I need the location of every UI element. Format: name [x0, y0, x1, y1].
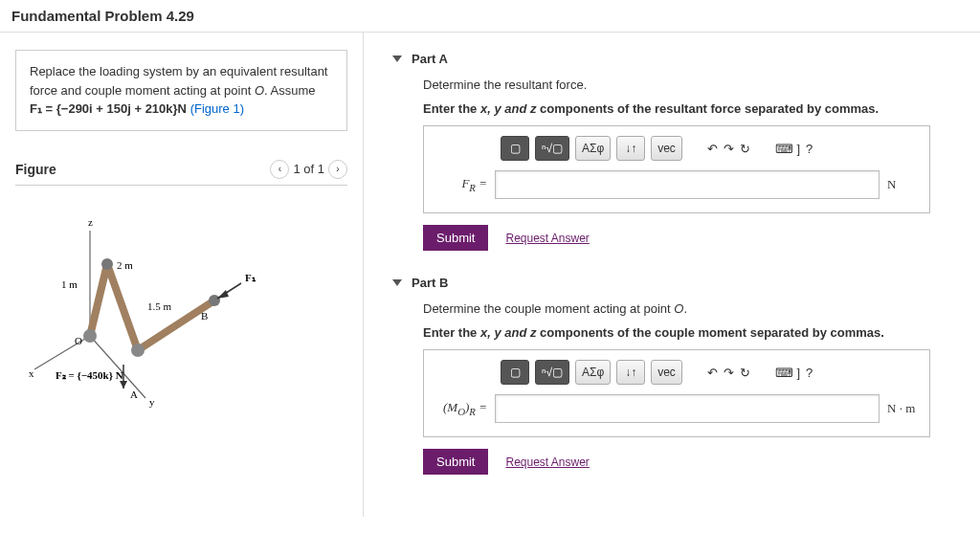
figure-next-button[interactable]: ›	[328, 160, 347, 179]
figure-link[interactable]: (Figure 1)	[190, 101, 244, 116]
redo-icon[interactable]: ↷	[724, 142, 734, 156]
figure-title: Figure	[15, 162, 56, 177]
part-a-instruction: Enter the x, y and z components of the r…	[423, 101, 951, 116]
svg-text:y: y	[149, 396, 155, 408]
svg-text:A: A	[130, 388, 138, 400]
undo-icon[interactable]: ↶	[707, 366, 718, 380]
problem-text-1b: . Assume	[264, 83, 315, 98]
root-button[interactable]: ⁿ√▢	[535, 136, 569, 161]
mo-input[interactable]	[495, 394, 880, 423]
keyboard-icon[interactable]: ⌨ ]	[775, 366, 800, 380]
svg-line-6	[90, 264, 107, 336]
figure-image: z x y F₁ O A B	[15, 195, 347, 432]
svg-point-12	[209, 295, 220, 306]
answer-box-b: ▢ ⁿ√▢ ΑΣφ ↓↑ vec ↶ ↷ ↻ ⌨ ] ? (MO)R = N	[423, 349, 930, 437]
chevron-down-icon[interactable]	[392, 56, 402, 62]
part-b-title: Part B	[412, 276, 448, 290]
subscript-button[interactable]: ↓↑	[616, 360, 645, 385]
mo-label: (MO)R =	[434, 400, 487, 417]
request-answer-a[interactable]: Request Answer	[505, 232, 589, 245]
part-a-title: Part A	[412, 52, 448, 66]
problem-var-O: O	[255, 83, 264, 98]
submit-button-b[interactable]: Submit	[423, 449, 488, 475]
templates-button[interactable]: ▢	[501, 136, 529, 161]
page-title: Fundamental Problem 4.29	[0, 0, 980, 32]
vec-button[interactable]: vec	[651, 360, 682, 385]
svg-text:F₁: F₁	[245, 272, 256, 283]
greek-button[interactable]: ΑΣφ	[575, 360, 611, 385]
request-answer-b[interactable]: Request Answer	[505, 455, 589, 469]
part-b-instruction: Enter the x, y and z components of the c…	[423, 325, 951, 340]
templates-button[interactable]: ▢	[501, 360, 529, 385]
svg-text:1 m: 1 m	[61, 278, 78, 290]
undo-icon[interactable]: ↶	[707, 142, 718, 156]
svg-text:B: B	[201, 310, 208, 322]
svg-text:2 m: 2 m	[117, 259, 133, 271]
svg-text:1.5 m: 1.5 m	[147, 300, 172, 312]
svg-text:F₂ = {−450k} N: F₂ = {−450k} N	[56, 369, 123, 381]
greek-button[interactable]: ΑΣφ	[575, 136, 611, 161]
mo-unit: N · m	[887, 401, 920, 416]
svg-point-10	[101, 258, 113, 270]
svg-text:x: x	[29, 367, 34, 379]
problem-statement: Replace the loading system by an equival…	[15, 50, 347, 131]
root-button[interactable]: ⁿ√▢	[535, 360, 569, 385]
part-b-prompt: Determine the couple moment acting at po…	[423, 301, 951, 316]
reset-icon[interactable]: ↻	[740, 366, 750, 380]
fr-input[interactable]	[495, 170, 880, 199]
svg-marker-17	[120, 381, 127, 388]
svg-point-11	[131, 344, 145, 357]
svg-text:z: z	[88, 216, 93, 228]
answer-box-a: ▢ ⁿ√▢ ΑΣφ ↓↑ vec ↶ ↷ ↻ ⌨ ] ? FR = N	[423, 125, 930, 213]
problem-equation: F₁ = {−290i + 150j + 210k}N	[30, 101, 187, 116]
chevron-down-icon[interactable]	[392, 279, 402, 286]
svg-text:O: O	[75, 335, 82, 346]
svg-marker-14	[217, 290, 229, 299]
redo-icon[interactable]: ↷	[724, 366, 734, 380]
figure-prev-button[interactable]: ‹	[270, 160, 289, 179]
keyboard-icon[interactable]: ⌨ ]	[775, 142, 800, 156]
vec-button[interactable]: vec	[651, 136, 682, 161]
reset-icon[interactable]: ↻	[740, 142, 750, 156]
figure-nav-label: 1 of 1	[293, 162, 324, 176]
help-icon[interactable]: ?	[806, 142, 813, 156]
fr-unit: N	[887, 177, 920, 192]
svg-line-7	[107, 264, 138, 350]
help-icon[interactable]: ?	[806, 366, 813, 380]
svg-point-9	[83, 329, 97, 343]
subscript-button[interactable]: ↓↑	[616, 136, 645, 161]
submit-button-a[interactable]: Submit	[423, 225, 488, 251]
fr-label: FR =	[434, 176, 487, 193]
part-a-prompt: Determine the resultant force.	[423, 78, 951, 92]
